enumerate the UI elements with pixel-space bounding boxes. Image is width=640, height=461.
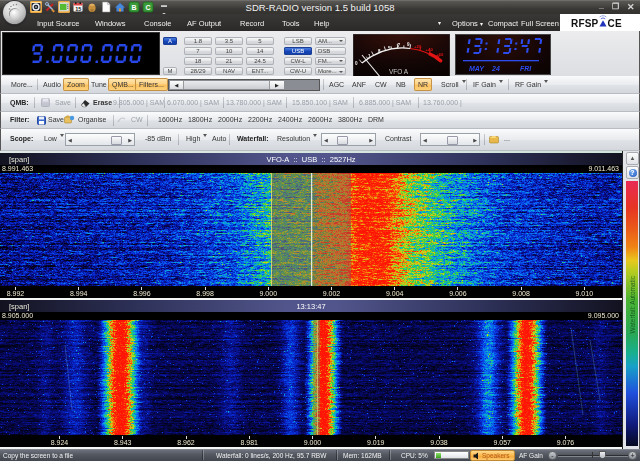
svg-text:5: 5 — [388, 46, 391, 51]
svg-text:VFO A: VFO A — [389, 68, 409, 75]
svg-text:FRI: FRI — [520, 65, 532, 72]
svg-text:CE: CE — [608, 18, 622, 29]
svg-text:0: 0 — [355, 61, 358, 66]
svg-text:B: B — [132, 4, 137, 11]
svg-text:15: 15 — [75, 6, 81, 12]
svg-text:RFSP: RFSP — [571, 18, 599, 29]
svg-text:24: 24 — [491, 65, 500, 72]
svg-text:C: C — [146, 4, 151, 11]
svg-text:7: 7 — [398, 43, 401, 48]
svg-text:1: 1 — [368, 54, 371, 59]
svg-text:+20: +20 — [414, 44, 422, 49]
svg-text:+40: +40 — [426, 47, 434, 52]
svg-text:3: 3 — [378, 49, 381, 54]
svg-text:MAY: MAY — [469, 65, 485, 72]
svg-text:9: 9 — [407, 42, 410, 47]
svg-text:+60: +60 — [436, 52, 444, 57]
